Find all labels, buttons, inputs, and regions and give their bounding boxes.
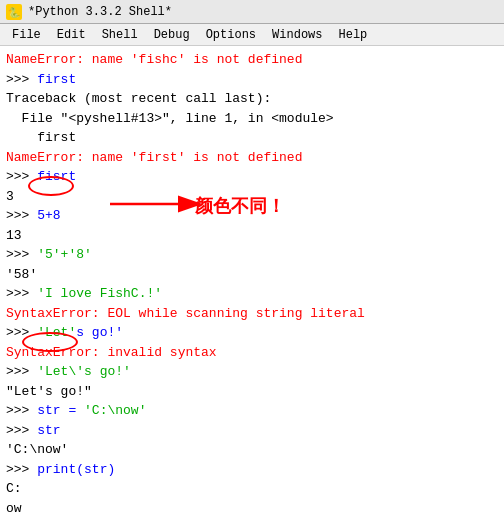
line-prompt-first: >>> first xyxy=(6,70,498,90)
line-prompt-str58: >>> '5'+'8' xyxy=(6,245,498,265)
line-traceback-code: first xyxy=(6,128,498,148)
window-title: *Python 3.3.2 Shell* xyxy=(28,5,172,19)
line-prompt-lets-go-bad: >>> 'Let's go!' xyxy=(6,323,498,343)
line-prompt-str-cnow: >>> str = 'C:\now' xyxy=(6,401,498,421)
line-prompt-fisrt: >>> fisrt xyxy=(6,167,498,187)
titlebar: 🐍 *Python 3.3.2 Shell* xyxy=(0,0,504,24)
line-prompt-ilovefishc: >>> 'I love FishC.!' xyxy=(6,284,498,304)
line-prompt-str-var: >>> str xyxy=(6,421,498,441)
line-nameerror-first: NameError: name 'first' is not defined xyxy=(6,148,498,168)
line-syntaxerror-eol: SyntaxError: EOL while scanning string l… xyxy=(6,304,498,324)
line-output-lets-go: "Let's go!" xyxy=(6,382,498,402)
menu-edit[interactable]: Edit xyxy=(49,26,94,44)
menu-options[interactable]: Options xyxy=(198,26,264,44)
line-traceback-header: Traceback (most recent call last): xyxy=(6,89,498,109)
line-prompt-print-str1: >>> print(str) xyxy=(6,460,498,480)
line-output-c: C: xyxy=(6,479,498,499)
line-output-cnow-short: 'C:\now' xyxy=(6,440,498,460)
app-icon: 🐍 xyxy=(6,4,22,20)
line-output-ow: ow xyxy=(6,499,498,517)
menu-help[interactable]: Help xyxy=(331,26,376,44)
menu-file[interactable]: File xyxy=(4,26,49,44)
svg-text:🐍: 🐍 xyxy=(8,6,21,19)
line-output-13: 13 xyxy=(6,226,498,246)
line-syntaxerror-invalid: SyntaxError: invalid syntax xyxy=(6,343,498,363)
line-nameerror-fishc: NameError: name 'fishc' is not defined xyxy=(6,50,498,70)
line-traceback-file: File "<pyshell#13>", line 1, in <module> xyxy=(6,109,498,129)
menu-windows[interactable]: Windows xyxy=(264,26,330,44)
menubar: File Edit Shell Debug Options Windows He… xyxy=(0,24,504,46)
menu-debug[interactable]: Debug xyxy=(146,26,198,44)
menu-shell[interactable]: Shell xyxy=(94,26,146,44)
shell-content[interactable]: NameError: name 'fishc' is not defined >… xyxy=(0,46,504,516)
line-prompt-5plus8: >>> 5+8 xyxy=(6,206,498,226)
line-output-3: 3 xyxy=(6,187,498,207)
line-prompt-lets-go-good: >>> 'Let\'s go!' xyxy=(6,362,498,382)
line-output-58: '58' xyxy=(6,265,498,285)
